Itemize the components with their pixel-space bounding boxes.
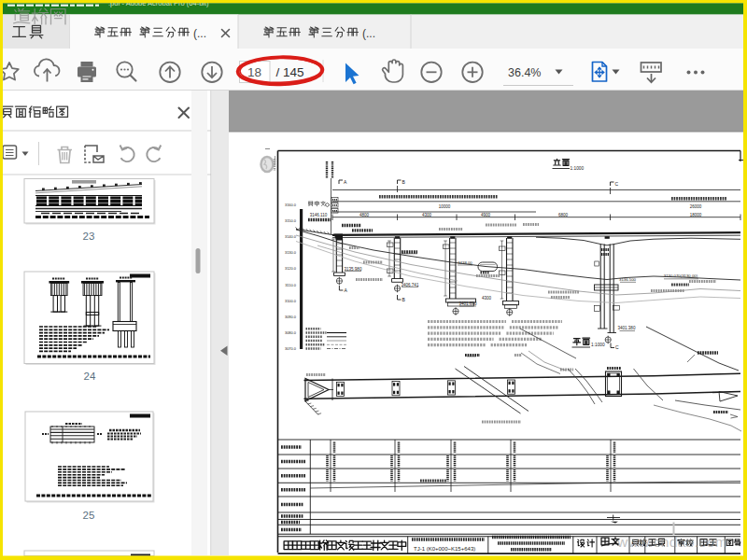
svg-text:36.4%: 36.4% — [508, 66, 541, 79]
svg-text:4300: 4300 — [482, 296, 492, 301]
svg-text:3130.0: 3130.0 — [285, 250, 297, 255]
svg-text:23: 23 — [83, 231, 95, 242]
svg-text:10000: 10000 — [439, 204, 451, 209]
svg-text:6800: 6800 — [558, 213, 569, 217]
svg-text:3070.0: 3070.0 — [285, 346, 297, 351]
svg-text:/ 145: / 145 — [276, 65, 304, 79]
svg-text:4800: 4800 — [359, 213, 370, 217]
svg-text:3130.070(3130.00): 3130.070(3130.00) — [664, 273, 698, 278]
svg-text:www.cndao.com: www.cndao.com — [616, 534, 727, 550]
svg-text:3401.380: 3401.380 — [618, 326, 636, 330]
svg-text:4300: 4300 — [422, 213, 432, 217]
svg-text:18: 18 — [247, 65, 261, 79]
svg-text:1:1000: 1:1000 — [571, 166, 585, 171]
svg-text:C: C — [615, 181, 619, 187]
svg-text:TJ-1 (K0+000~K15+643): TJ-1 (K0+000~K15+643) — [414, 546, 475, 552]
svg-text:3136.500: 3136.500 — [619, 277, 637, 282]
svg-text:3090.0: 3090.0 — [285, 315, 297, 319]
svg-text:(...: (... — [193, 27, 206, 40]
svg-text:(...: (... — [362, 27, 375, 40]
svg-text:4900: 4900 — [481, 213, 491, 217]
svg-text:3406.741: 3406.741 — [402, 283, 419, 287]
svg-text:3110.0: 3110.0 — [285, 283, 296, 287]
svg-text:18000: 18000 — [690, 213, 702, 217]
svg-text:3160.0: 3160.0 — [285, 203, 297, 207]
svg-text:26000: 26000 — [690, 204, 702, 209]
svg-text:3080.0: 3080.0 — [285, 330, 297, 335]
svg-text:3135.980: 3135.980 — [345, 267, 362, 272]
svg-text:1:1000: 1:1000 — [591, 343, 605, 347]
svg-text:3100.0: 3100.0 — [285, 299, 297, 303]
svg-text:3150.0: 3150.0 — [285, 218, 297, 223]
svg-text:3140.0: 3140.0 — [285, 234, 297, 239]
svg-text:3401.690: 3401.690 — [459, 301, 477, 306]
svg-text:C: C — [615, 344, 619, 350]
svg-text:25: 25 — [83, 510, 95, 521]
svg-text:3120.0: 3120.0 — [285, 266, 297, 271]
svg-text:3146.110: 3146.110 — [310, 213, 328, 217]
svg-text:24: 24 — [84, 371, 96, 382]
